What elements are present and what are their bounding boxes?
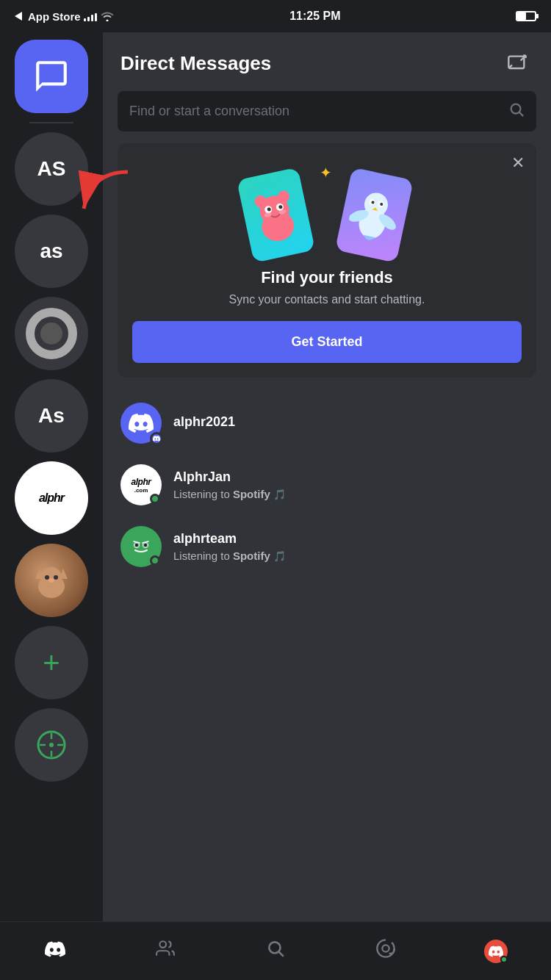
- conv-info-alphrteam: alphrteam Listening to Spotify 🎵: [173, 531, 533, 562]
- discord-avatar-icon: [129, 414, 154, 433]
- alphrteam-avatar-icon: [128, 533, 154, 560]
- profile-avatar-wrap: [484, 940, 508, 963]
- ring-inner: [40, 323, 62, 345]
- sidebar-server-alphr[interactable]: alphr: [15, 461, 88, 535]
- avatar-wrap-alphrjan: alphr.com: [120, 464, 162, 505]
- server-label-as-lower: as: [40, 239, 62, 263]
- conv-info-alphr2021: alphr2021: [173, 414, 533, 433]
- avatar-wrap-alphr2021: [120, 403, 162, 444]
- svg-point-47: [269, 942, 280, 953]
- status-bar: App Store 11:25 PM: [0, 0, 551, 32]
- discord-badge: [150, 432, 163, 445]
- svg-point-44: [144, 544, 147, 547]
- signal-bars: [84, 11, 97, 21]
- search-icon: [508, 101, 525, 121]
- mentions-icon: [375, 938, 396, 964]
- note-icon: 🎵: [273, 489, 286, 500]
- server-label-as-cap: As: [38, 404, 65, 428]
- main-layout: AS as As alphr: [0, 32, 551, 921]
- status-dot-alphrjan: [150, 494, 160, 504]
- pink-creature: [245, 178, 306, 253]
- carrier-name: App Store: [28, 10, 81, 23]
- back-arrow-icon: [15, 12, 22, 21]
- svg-line-18: [519, 112, 524, 117]
- nav-item-mentions[interactable]: [356, 929, 415, 973]
- cat-silhouette: [29, 558, 73, 602]
- discover-button[interactable]: [15, 708, 88, 782]
- find-friends-illustration: ✦: [132, 161, 522, 256]
- sidebar-divider: [29, 122, 73, 123]
- discord-nav-icon: [45, 941, 65, 957]
- svg-point-49: [382, 945, 389, 951]
- sidebar-server-as-lower[interactable]: as: [15, 215, 88, 288]
- carrier-signal: App Store: [15, 10, 115, 23]
- add-server-button[interactable]: +: [15, 626, 88, 699]
- nav-item-search[interactable]: [246, 929, 305, 973]
- phone-card-right: [335, 167, 414, 263]
- discord-badge-icon: [153, 436, 160, 442]
- battery-icon: [516, 11, 536, 21]
- svg-line-48: [278, 951, 284, 956]
- conv-name-alphrjan: AlphrJan: [173, 469, 533, 485]
- dm-title: Direct Messages: [120, 52, 271, 75]
- bottom-nav: [0, 921, 551, 980]
- find-friends-card: ✕ ✦: [118, 143, 536, 378]
- svg-point-8: [49, 743, 54, 747]
- new-dm-icon: [507, 53, 527, 73]
- conversation-item-alphrjan[interactable]: alphr.com AlphrJan Listening to Spotify …: [110, 454, 544, 516]
- add-icon: +: [43, 646, 60, 680]
- new-dm-button[interactable]: [501, 47, 533, 79]
- avatar-wrap-alphrteam: [120, 526, 162, 567]
- svg-point-43: [135, 544, 138, 547]
- status-dot-alphrteam: [150, 555, 160, 566]
- conversation-item-alphrteam[interactable]: alphrteam Listening to Spotify 🎵: [110, 516, 544, 577]
- svg-point-17: [511, 104, 521, 114]
- phone-card-left: [237, 167, 315, 263]
- nav-item-home[interactable]: [26, 929, 84, 973]
- conv-status-alphrjan: Listening to Spotify 🎵: [173, 488, 533, 500]
- conversations-list: alphr2021 alphr.com AlphrJan Listening t…: [103, 392, 551, 921]
- home-icon: [45, 940, 65, 962]
- nav-item-friends[interactable]: [136, 929, 195, 973]
- alphr-avatar-text: alphr.com: [132, 477, 151, 494]
- svg-point-5: [54, 575, 58, 580]
- discover-icon: [37, 730, 66, 760]
- svg-point-38: [128, 533, 154, 560]
- sidebar-server-as-upper[interactable]: AS: [15, 132, 88, 206]
- conv-name-alphrteam: alphrteam: [173, 531, 533, 547]
- svg-point-1: [41, 567, 62, 588]
- conv-info-alphrjan: AlphrJan Listening to Spotify 🎵: [173, 469, 533, 500]
- conversation-item-alphr2021[interactable]: alphr2021: [110, 392, 544, 454]
- friends-icon: [154, 939, 176, 963]
- profile-discord-icon: [489, 945, 503, 957]
- bird-creature: [344, 178, 404, 253]
- search-placeholder: Find or start a conversation: [129, 104, 289, 119]
- sidebar-server-cat[interactable]: [15, 544, 88, 617]
- status-time: 11:25 PM: [289, 10, 340, 23]
- nav-item-profile[interactable]: [467, 929, 525, 973]
- profile-icon: [484, 940, 508, 963]
- sidebar-dm-button[interactable]: [15, 40, 88, 113]
- search-nav-icon: [266, 939, 285, 963]
- ring-graphic: [26, 308, 77, 359]
- wifi-icon: [100, 11, 115, 21]
- dm-header: Direct Messages: [103, 32, 551, 91]
- svg-point-4: [45, 575, 49, 580]
- conv-name-alphr2021: alphr2021: [173, 414, 533, 430]
- sparkle-icon: ✦: [320, 164, 332, 181]
- conv-status-alphrteam: Listening to Spotify 🎵: [173, 550, 533, 562]
- sidebar-server-ring[interactable]: [15, 297, 88, 370]
- content-area: Direct Messages Find or start a conversa…: [103, 32, 551, 921]
- sidebar: AS as As alphr: [0, 32, 103, 921]
- svg-point-6: [48, 578, 54, 583]
- get-started-button[interactable]: Get Started: [132, 321, 522, 363]
- search-bar[interactable]: Find or start a conversation: [118, 91, 536, 131]
- message-icon: [33, 58, 70, 95]
- find-friends-title: Find your friends: [132, 268, 522, 287]
- sidebar-server-as-cap[interactable]: As: [15, 379, 88, 453]
- profile-status-dot: [500, 956, 508, 963]
- cat-photo: [15, 544, 88, 617]
- server-label-alphr: alphr: [39, 491, 64, 505]
- find-friends-subtitle: Sync your contacts and start chatting.: [132, 293, 522, 306]
- svg-point-46: [159, 941, 166, 948]
